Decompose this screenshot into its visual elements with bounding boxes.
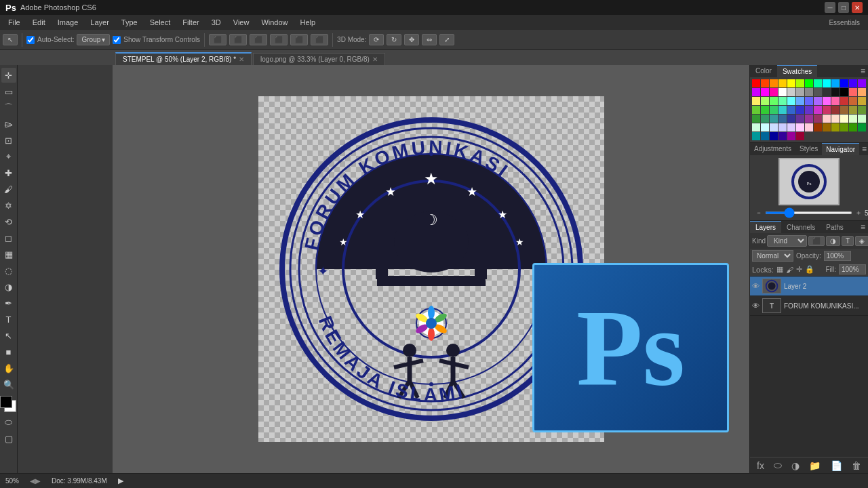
blend-mode-select[interactable]: Normal Multiply Screen Overlay [752,250,793,262]
align-middle-btn[interactable]: ⬛ [290,34,308,45]
move-tool[interactable]: ✛ [1,68,16,83]
swatch[interactable] [761,123,769,131]
quick-select-tool[interactable]: ⌲ [1,117,16,131]
swatch[interactable] [831,79,840,87]
swatch[interactable] [831,115,840,123]
layers-tab[interactable]: Layers [750,221,781,233]
dodge-tool[interactable]: ◑ [1,279,16,294]
maximize-button[interactable]: □ [838,2,849,13]
swatch[interactable] [796,115,804,123]
align-bottom-btn[interactable]: ⬛ [311,34,328,45]
swatch[interactable] [778,106,787,114]
filter-pixel-btn[interactable]: ⬛ [808,236,825,246]
swatch[interactable] [778,97,787,105]
channels-tab[interactable]: Channels [781,222,821,233]
menu-layer[interactable]: Layer [85,17,115,28]
swatch[interactable] [787,79,795,87]
lock-pixels-icon[interactable]: 🖌 [786,266,793,274]
swatch[interactable] [840,123,848,131]
mask-tool[interactable]: ⬭ [1,415,16,430]
menu-view[interactable]: View [228,17,255,28]
auto-select-checkbox[interactable] [26,36,35,44]
layers-panel-menu[interactable]: ≡ [858,221,868,233]
swatch[interactable] [770,106,778,114]
swatch[interactable] [787,97,795,105]
swatch[interactable] [787,115,795,123]
eraser-tool[interactable]: ◻ [1,230,16,245]
move-tool-btn[interactable]: ↖ [3,34,18,45]
opacity-input[interactable] [824,251,851,261]
swatch[interactable] [814,79,822,87]
swatch[interactable] [761,97,769,105]
swatch[interactable] [778,88,787,96]
history-brush-tool[interactable]: ⟲ [1,214,16,229]
swatch[interactable] [761,106,769,114]
swatch[interactable] [805,115,813,123]
brush-tool[interactable]: 🖌 [1,182,16,197]
menu-file[interactable]: File [3,17,26,28]
swatch[interactable] [770,115,778,123]
swatch[interactable] [840,106,848,114]
color-panel-menu[interactable]: ≡ [858,65,868,77]
swatch[interactable] [823,106,831,114]
swatch[interactable] [752,106,760,114]
layer-row-2[interactable]: 👁 Layer 2 [750,277,868,296]
swatch[interactable] [796,132,804,140]
swatch[interactable] [849,88,857,96]
menu-image[interactable]: Image [52,17,84,28]
statusbar-arrow[interactable]: ▶ [118,476,123,485]
swatch[interactable] [778,132,787,140]
swatch[interactable] [831,97,840,105]
swatch[interactable] [770,123,778,131]
align-right-btn[interactable]: ⬛ [250,34,267,45]
swatch[interactable] [840,79,848,87]
swatch[interactable] [814,123,822,131]
filter-type-btn[interactable]: T [842,236,854,246]
menu-select[interactable]: Select [144,17,176,28]
swatch[interactable] [823,123,831,131]
swatch[interactable] [752,132,760,140]
layer-new-btn[interactable]: 📄 [831,460,842,471]
swatch[interactable] [823,79,831,87]
menu-3d[interactable]: 3D [206,17,226,28]
swatch[interactable] [805,88,813,96]
menu-window[interactable]: Window [256,17,293,28]
swatch[interactable] [787,132,795,140]
swatch[interactable] [849,97,857,105]
menu-filter[interactable]: Filter [177,17,204,28]
align-center-btn[interactable]: ⬛ [229,34,247,45]
swatch[interactable] [752,97,760,105]
swatch[interactable] [761,88,769,96]
filter-adj-btn[interactable]: ◑ [826,236,840,246]
lock-transparency-icon[interactable]: ▦ [776,265,783,274]
tab-stempel[interactable]: STEMPEL @ 50% (Layer 2, RGB/8) * ✕ [115,52,252,65]
shape-tool[interactable]: ■ [1,344,16,359]
swatch[interactable] [796,123,804,131]
swatch[interactable] [752,123,760,131]
swatch[interactable] [849,106,857,114]
canvas-area[interactable]: ★ ★ ★ ★ ★ ★ ★ [113,65,749,473]
path-select-tool[interactable]: ↖ [1,328,16,343]
swatch[interactable] [770,132,778,140]
layer-delete-btn[interactable]: 🗑 [852,460,861,471]
layer-2-visibility[interactable]: 👁 [752,282,760,290]
clone-tool[interactable]: ✡ [1,198,16,213]
layer-fx-btn[interactable]: fx [757,460,764,471]
swatch[interactable] [805,79,813,87]
auto-select-dropdown[interactable]: Group ▾ [77,34,110,45]
marquee-tool[interactable]: ▭ [1,84,16,99]
lock-position-icon[interactable]: ✛ [796,265,802,274]
swatch[interactable] [858,88,866,96]
lock-all-icon[interactable]: 🔒 [805,265,814,274]
swatch[interactable] [814,106,822,114]
gradient-tool[interactable]: ▦ [1,247,16,262]
eyedropper-tool[interactable]: ⌖ [1,149,16,164]
swatch[interactable] [787,88,795,96]
swatch[interactable] [752,115,760,123]
swatch[interactable] [823,88,831,96]
swatch[interactable] [858,123,866,131]
layer-text-visibility[interactable]: 👁 [752,302,760,310]
swatch[interactable] [823,115,831,123]
align-left-btn[interactable]: ⬛ [209,34,226,45]
swatch[interactable] [849,115,857,123]
